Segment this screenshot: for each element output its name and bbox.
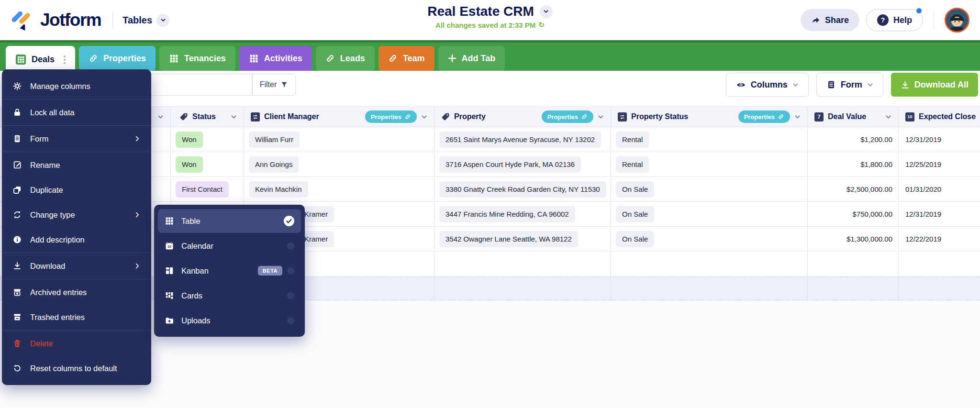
cell-property-status[interactable]: Rental (611, 152, 808, 176)
cell-client-manager[interactable]: William Furr (244, 127, 434, 152)
table-grid-icon (165, 216, 174, 226)
cell-expected-close[interactable]: 12/25/2019 (899, 152, 980, 176)
form-icon (12, 134, 22, 143)
column-header-property-status[interactable]: Property Status Properties (611, 107, 808, 127)
question-icon: ? (877, 14, 889, 26)
jotform-tables-page: Jotform Tables Real Estate CRM All chang… (0, 0, 980, 408)
share-icon (811, 16, 820, 25)
menu-item-trashed-entries[interactable]: Trashed entries (2, 305, 151, 330)
menu-item-change-type[interactable]: Change type (2, 202, 151, 227)
columns-button[interactable]: Columns (726, 73, 809, 97)
column-header-deal-value[interactable]: 7 Deal Value (808, 107, 899, 127)
jotform-logo[interactable]: Jotform (0, 9, 101, 31)
menu-item-label: Reset columns to default (30, 364, 117, 373)
transfer-icon (251, 112, 260, 121)
menu-item-rename[interactable]: Rename (2, 153, 151, 177)
column-label: Status (192, 112, 216, 121)
cell-deal-value[interactable]: $1,800.00 (808, 152, 899, 176)
column-header-client-manager[interactable]: Client Manager Properties (244, 107, 434, 127)
chevron-down-icon[interactable] (794, 114, 801, 120)
column-header-status[interactable]: Status (171, 107, 244, 127)
submenu-item-table[interactable]: Table (158, 209, 301, 233)
menu-divider (2, 99, 151, 99)
cell-expected-close[interactable]: 01/31/2020 (899, 177, 980, 201)
columns-label: Columns (751, 80, 788, 90)
download-all-button[interactable]: Download All (891, 73, 978, 97)
cell-deal-value[interactable]: $1,200.00 (808, 127, 899, 152)
tab-properties[interactable]: Properties (79, 46, 156, 71)
menu-item-delete[interactable]: Delete (2, 331, 151, 356)
tab-leads[interactable]: Leads (316, 46, 375, 71)
cell-deal-value[interactable]: $2,500,000.00 (808, 177, 899, 201)
cell-deal-value[interactable]: $1,300,000.00 (808, 227, 899, 251)
cell-expected-close[interactable]: 12/31/2019 (899, 202, 980, 226)
help-button[interactable]: ? Help (866, 9, 923, 31)
column-header-property[interactable]: Property Properties (434, 107, 611, 127)
cell-property[interactable]: 3716 Aspen Court Hyde Park, MA 02136 (434, 152, 611, 176)
cell-status[interactable]: Won (171, 127, 244, 152)
chevron-down-icon[interactable] (598, 114, 604, 120)
product-switcher[interactable]: Tables (122, 14, 169, 27)
menu-item-reset-columns[interactable]: Reset columns to default (2, 356, 151, 381)
cell-status[interactable]: First Contact (171, 177, 244, 201)
cell-deal-value[interactable]: $750,000.00 (808, 202, 899, 226)
jotform-logo-icon (11, 9, 33, 31)
cell-property-status[interactable]: Rental (611, 127, 808, 152)
cell-property[interactable]: 3380 Gnatty Creek Road Garden City, NY 1… (434, 177, 611, 201)
cell-expected-close[interactable]: 12/22/2019 (899, 227, 980, 251)
column-header-expected-close[interactable]: 10 Expected Close (899, 107, 980, 127)
property-status-pill: Rental (616, 156, 649, 173)
cell-property[interactable]: 2651 Saint Marys Avenue Syracuse, NY 132… (434, 127, 611, 152)
tab-tenancies[interactable]: Tenancies (159, 46, 235, 71)
tab-team[interactable]: Team (379, 46, 434, 71)
transfer-icon (618, 112, 627, 121)
chevron-right-icon (134, 135, 141, 142)
filter-button[interactable]: Filter (252, 74, 296, 96)
grid-icon (15, 54, 26, 65)
column-label: Deal Value (828, 112, 866, 121)
submenu-item-cards[interactable]: Cards (158, 284, 301, 308)
tab-kebab-icon[interactable] (64, 55, 66, 64)
cell-property[interactable]: 3542 Owagner Lane Seattle, WA 98122 (434, 227, 611, 251)
menu-item-download[interactable]: Download (2, 254, 151, 278)
linked-badge: Properties (738, 110, 790, 123)
chevron-down-icon[interactable] (157, 114, 164, 120)
tag-icon (179, 112, 188, 121)
chevron-down-icon[interactable] (421, 114, 427, 120)
form-button[interactable]: Form (816, 73, 883, 97)
search-input[interactable] (134, 74, 252, 96)
column-label: Client Manager (264, 112, 319, 121)
cell-property-status[interactable]: On Sale (611, 202, 808, 226)
submenu-item-uploads[interactable]: Uploads (158, 309, 301, 332)
chevron-down-icon[interactable] (231, 114, 237, 120)
topbar-divider (112, 11, 113, 29)
menu-item-label: Form (30, 134, 49, 143)
menu-item-add-description[interactable]: Add description (2, 227, 151, 252)
submenu-item-calendar[interactable]: 10 Calendar (158, 234, 301, 258)
kanban-icon (165, 266, 174, 276)
menu-item-manage-columns[interactable]: Manage columns (2, 74, 151, 99)
link-icon (89, 54, 98, 63)
tab-activities[interactable]: Activities (239, 46, 312, 71)
tab-add[interactable]: Add Tab (438, 46, 505, 71)
expected-close: 12/31/2019 (905, 210, 941, 218)
menu-item-form[interactable]: Form (2, 126, 151, 151)
menu-item-lock-all-data[interactable]: Lock all data (2, 100, 151, 125)
cell-property-status[interactable]: On Sale (611, 177, 808, 201)
menu-divider (2, 152, 151, 152)
menu-item-archived-entries[interactable]: Archived entries (2, 280, 151, 305)
cell-property-status[interactable]: On Sale (611, 227, 808, 251)
submenu-item-kanban[interactable]: Kanban BETA (158, 259, 301, 283)
reset-icon (12, 364, 22, 373)
title-chevron-down-icon[interactable] (540, 5, 553, 18)
cell-status[interactable]: Won (171, 152, 244, 176)
share-button[interactable]: Share (801, 9, 859, 31)
cell-expected-close[interactable]: 12/31/2019 (899, 127, 980, 152)
cell-property[interactable]: 3447 Francis Mine Redding, CA 96002 (434, 202, 611, 226)
cell-client-manager[interactable]: Ann Goings (244, 152, 434, 176)
chevron-down-icon[interactable] (885, 114, 891, 120)
menu-item-duplicate[interactable]: Duplicate (2, 177, 151, 202)
avatar[interactable] (945, 8, 969, 33)
cell-client-manager[interactable]: Kevin Machkin (244, 177, 434, 201)
menu-divider (2, 330, 151, 331)
